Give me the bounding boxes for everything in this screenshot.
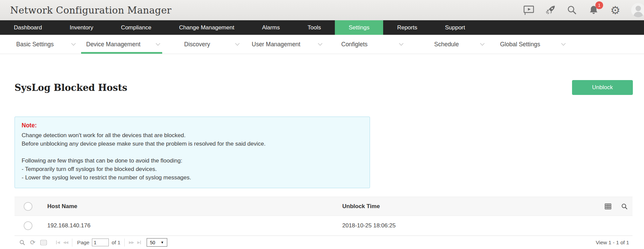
- page-label: Page: [77, 240, 89, 246]
- note-line: - Temporarily turn off syslogs for the b…: [22, 165, 363, 173]
- chevron-down-icon: [480, 41, 485, 46]
- table-footer: ⟳ ◀ ◀◀ Page of 1 ▶▶ ▶ 50 ▼ View 1 - 1 of…: [15, 235, 633, 249]
- nav-dashboard[interactable]: Dashboard: [0, 20, 56, 35]
- nav-alarms[interactable]: Alarms: [248, 20, 294, 35]
- select-all-radio[interactable]: [24, 202, 32, 211]
- subnav-schedule[interactable]: Schedule: [434, 35, 484, 54]
- subnav-global-settings[interactable]: Global Settings: [500, 35, 565, 54]
- subnav-label: Schedule: [434, 41, 459, 48]
- page-title: SysLog Blocked Hosts: [15, 82, 127, 93]
- subnav-label: Global Settings: [500, 41, 540, 48]
- note-line: Following are few things that can be don…: [22, 156, 363, 165]
- subnav-discovery[interactable]: Discovery: [184, 35, 239, 54]
- chevron-down-icon: [235, 41, 240, 46]
- page-of-label: of 1: [112, 240, 121, 246]
- subnav-basic-settings[interactable]: Basic Settings: [16, 35, 75, 54]
- chevron-down-icon: [71, 41, 76, 46]
- subnav-label: Device Management: [86, 41, 141, 48]
- subnav-device-management[interactable]: Device Management: [86, 35, 159, 54]
- caret-down-icon: ▼: [160, 241, 164, 244]
- page-number-input[interactable]: [92, 239, 109, 246]
- note-line: Change detection won't work for all the …: [22, 131, 363, 140]
- chevron-down-icon: [399, 41, 403, 46]
- user-avatar[interactable]: [631, 3, 644, 17]
- gear-icon[interactable]: ⚙: [610, 4, 621, 16]
- subnav-label: Configlets: [341, 41, 368, 48]
- subnav-label: Discovery: [184, 41, 210, 48]
- view-range-label: View 1 - 1 of 1: [596, 240, 629, 246]
- notification-count-badge: 1: [595, 1, 603, 9]
- host-name-cell: 192.168.140.176: [47, 222, 342, 229]
- column-chooser-icon[interactable]: [604, 203, 612, 210]
- table-row: 192.168.140.176 2018-10-25 18:06:25: [15, 216, 633, 235]
- subnav-user-management[interactable]: User Management: [252, 35, 322, 54]
- main-nav: Dashboard Inventory Compliance Change Ma…: [0, 20, 644, 35]
- column-header-host-name[interactable]: Host Name: [47, 203, 342, 210]
- subnav-label: User Management: [252, 41, 300, 48]
- app-title: Network Configuration Manager: [10, 5, 172, 16]
- chevron-down-icon: [156, 41, 160, 46]
- footer-search-icon[interactable]: [19, 240, 25, 246]
- nav-tools[interactable]: Tools: [294, 20, 335, 35]
- note-box: Note: Change detection won't work for al…: [15, 117, 370, 188]
- rocket-icon[interactable]: [545, 4, 556, 16]
- nav-change-management[interactable]: Change Management: [165, 20, 248, 35]
- unblock-time-cell: 2018-10-25 18:06:25: [342, 222, 396, 229]
- previous-page-button[interactable]: ◀◀: [63, 240, 68, 245]
- table-search-icon[interactable]: [621, 203, 628, 210]
- note-line: - Lower the syslog level to restrict the…: [22, 173, 363, 182]
- note-label: Note:: [22, 121, 363, 130]
- divider: [124, 239, 125, 247]
- search-icon[interactable]: [566, 4, 578, 16]
- avatar-shoulders: [634, 12, 643, 17]
- nav-inventory[interactable]: Inventory: [56, 20, 107, 35]
- notifications-bell-icon[interactable]: 1: [588, 4, 599, 16]
- column-header-unblock-time[interactable]: Unblock Time: [342, 203, 380, 210]
- chevron-down-icon: [318, 41, 322, 46]
- last-page-button[interactable]: ▶: [137, 240, 141, 245]
- nav-support[interactable]: Support: [431, 20, 479, 35]
- table-header-row: Host Name Unblock Time: [15, 197, 633, 216]
- app-header: Network Configuration Manager: [0, 0, 644, 20]
- subnav-configlets[interactable]: Configlets: [341, 35, 403, 54]
- divider: [72, 239, 72, 247]
- nav-settings[interactable]: Settings: [335, 20, 383, 35]
- table-header-tools: [604, 203, 628, 210]
- presentation-icon[interactable]: [523, 4, 535, 16]
- avatar-head: [636, 6, 641, 11]
- first-page-button[interactable]: ◀: [56, 240, 59, 245]
- header-icons: 1 ⚙: [523, 3, 644, 17]
- active-tab-underline: [81, 52, 162, 54]
- subnav-label: Basic Settings: [16, 41, 54, 48]
- grid-view-icon[interactable]: [40, 240, 47, 245]
- refresh-icon[interactable]: ⟳: [30, 239, 35, 246]
- blocked-hosts-table: Host Name Unblock Time: [15, 197, 633, 249]
- settings-subnav: Basic Settings Device Management Discove…: [0, 35, 644, 54]
- page-size-value: 50: [150, 240, 155, 245]
- nav-reports[interactable]: Reports: [383, 20, 431, 35]
- page-size-select[interactable]: 50 ▼: [147, 238, 167, 247]
- nav-compliance[interactable]: Compliance: [107, 20, 165, 35]
- page-head: SysLog Blocked Hosts Unblock: [15, 80, 633, 95]
- row-radio[interactable]: [24, 221, 32, 230]
- note-line: Before unblocking any device please make…: [22, 140, 363, 148]
- unblock-button[interactable]: Unblock: [572, 80, 633, 95]
- next-page-button[interactable]: ▶▶: [129, 240, 134, 245]
- chevron-down-icon: [561, 41, 566, 46]
